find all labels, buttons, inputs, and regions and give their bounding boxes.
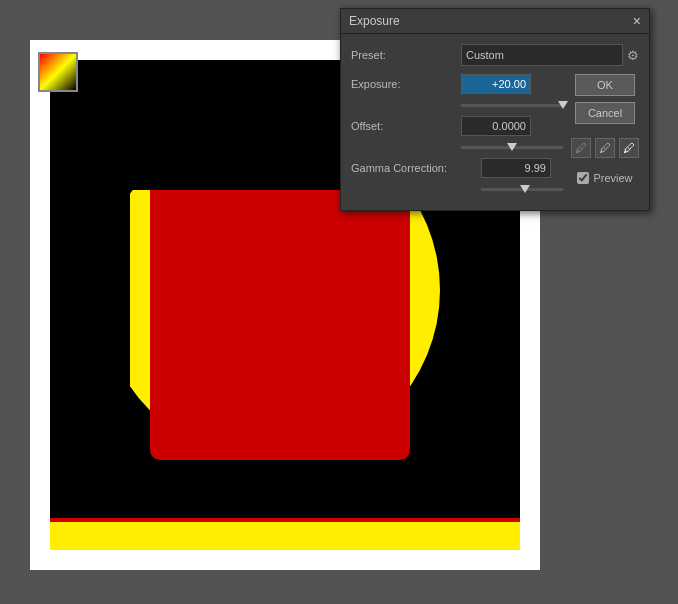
exposure-input[interactable] [461, 74, 531, 94]
gray-point-eyedropper[interactable]: 🖊 [595, 138, 615, 158]
dialog-main: Exposure: Offset: [351, 74, 639, 200]
exposure-slider-row [351, 100, 563, 110]
offset-slider-row [351, 142, 563, 152]
thumbnail [38, 52, 78, 92]
exposure-field: Exposure: [351, 74, 563, 94]
dialog-titlebar: Exposure × [341, 9, 649, 34]
dialog-body: Preset: Custom ⚙ Exposure: [341, 34, 649, 210]
dialog-right: OK Cancel 🖊 🖊 🖊 Preview [571, 74, 639, 200]
black-point-eyedropper[interactable]: 🖊 [571, 138, 591, 158]
dialog-title: Exposure [349, 14, 400, 28]
eyedroppers: 🖊 🖊 🖊 [571, 138, 639, 158]
preset-label: Preset: [351, 49, 461, 61]
cancel-button[interactable]: Cancel [575, 102, 635, 124]
offset-label: Offset: [351, 120, 461, 132]
gamma-input[interactable] [481, 158, 551, 178]
preset-row: Preset: Custom ⚙ [351, 44, 639, 66]
exposure-dialog: Exposure × Preset: Custom ⚙ Exposure: [340, 8, 650, 211]
dialog-left: Exposure: Offset: [351, 74, 563, 200]
preset-select[interactable]: Custom [461, 44, 623, 66]
exposure-slider-handle[interactable] [558, 101, 568, 109]
offset-field: Offset: [351, 116, 563, 136]
gamma-label: Gamma Correction: [351, 162, 481, 174]
exposure-label: Exposure: [351, 78, 461, 90]
preview-row: Preview [577, 172, 632, 184]
gamma-slider-row [351, 184, 563, 194]
gamma-field: Gamma Correction: [351, 158, 563, 178]
gear-icon[interactable]: ⚙ [627, 48, 639, 63]
dialog-close-button[interactable]: × [633, 14, 641, 28]
preview-label: Preview [593, 172, 632, 184]
gamma-slider-handle[interactable] [520, 185, 530, 193]
ok-button[interactable]: OK [575, 74, 635, 96]
preview-checkbox[interactable] [577, 172, 589, 184]
offset-input[interactable] [461, 116, 531, 136]
offset-slider-handle[interactable] [507, 143, 517, 151]
white-point-eyedropper[interactable]: 🖊 [619, 138, 639, 158]
